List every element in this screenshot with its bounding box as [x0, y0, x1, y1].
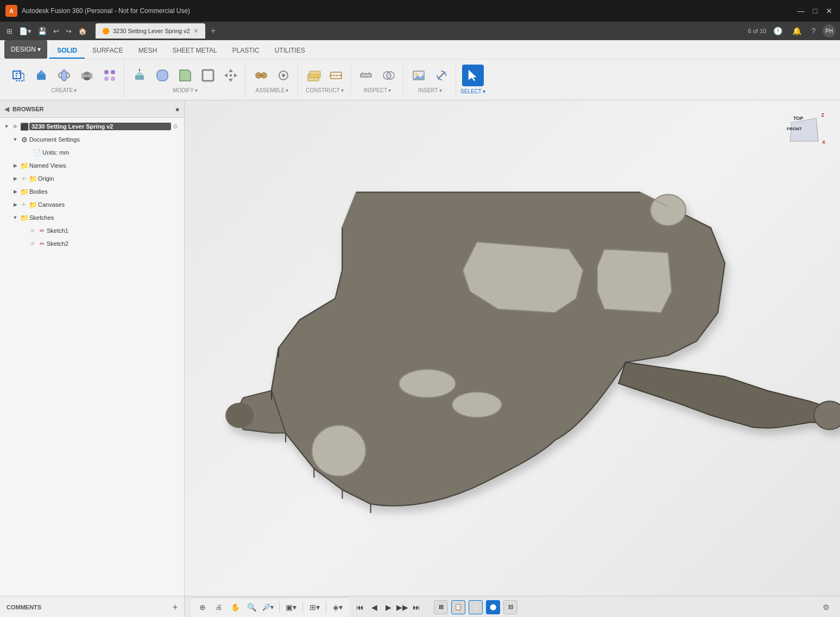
viewcube[interactable]: Z TOP FRONT X	[786, 111, 829, 155]
interference-button[interactable]	[378, 66, 400, 85]
viewport-controls-toolbar: ⊕ 🖨 ✋ 🔍 🔎▾ ▣▾ ⊞▾ ◈▾	[191, 597, 349, 617]
tab-plastic[interactable]: PLASTIC	[225, 43, 267, 59]
tree-settings-root[interactable]: ⚙	[171, 122, 180, 131]
profile-button[interactable]: PH	[823, 24, 836, 37]
extrude-button[interactable]	[30, 66, 52, 85]
construct-label[interactable]: CONSTRUCT ▾	[306, 87, 344, 93]
rigid-group-button[interactable]	[273, 66, 294, 85]
tree-item-units[interactable]: ▶ 📄 Units: mm	[0, 146, 184, 159]
offset-plane-button[interactable]	[302, 66, 324, 85]
select-button[interactable]	[462, 65, 484, 86]
move-button[interactable]	[220, 66, 242, 85]
insert-label[interactable]: INSERT ▾	[418, 87, 442, 93]
expand-origin[interactable]: ▶	[11, 174, 20, 183]
tab-close-button[interactable]: ✕	[193, 27, 199, 35]
revolve-button[interactable]	[53, 66, 75, 85]
chamfer-button[interactable]	[174, 66, 196, 85]
assemble-label[interactable]: ASSEMBLE ▾	[256, 87, 289, 93]
app-menu-button[interactable]: ⊞	[4, 26, 15, 36]
svg-point-12	[104, 77, 109, 81]
design-mode-button[interactable]: DESIGN ▾	[4, 40, 47, 59]
zoom-in-button[interactable]: 🔍	[244, 600, 258, 614]
joint-button[interactable]	[250, 66, 271, 85]
insert-image-button[interactable]	[408, 66, 430, 85]
view-pan-button[interactable]: ✋	[228, 600, 242, 614]
tree-eye-sketch2[interactable]: 👁	[28, 239, 37, 248]
tree-item-origin[interactable]: ▶ 👁 📁 Origin	[0, 172, 184, 185]
inspect-label[interactable]: INSPECT ▾	[364, 87, 391, 93]
view-move-button[interactable]: ⊕	[195, 600, 210, 614]
3d-viewport[interactable]: Z TOP FRONT X	[185, 100, 840, 596]
separator	[279, 602, 280, 613]
tree-item-bodies[interactable]: ▶ 📁 Bodies	[0, 185, 184, 198]
tree-eye-origin[interactable]: 👁	[20, 174, 28, 183]
tab-surface[interactable]: SURFACE	[85, 43, 131, 59]
zoom-out-button[interactable]: 🔎▾	[261, 600, 275, 614]
new-component-button[interactable]	[8, 66, 29, 85]
attach-button[interactable]	[431, 66, 452, 85]
tree-root[interactable]: ▼ 👁 ⬛ 3230 Setting Lever Spring v2 ⚙	[0, 120, 184, 133]
expand-bodies[interactable]: ▶	[11, 187, 20, 196]
home-button[interactable]: 🏠	[76, 26, 89, 36]
redo-button[interactable]: ↪	[64, 26, 74, 36]
minimize-button[interactable]: —	[795, 5, 806, 16]
measure-button[interactable]	[355, 66, 377, 85]
active-tab[interactable]: 🟠 3230 Setting Lever Spring v2 ✕	[96, 23, 205, 39]
new-tab-button[interactable]: +	[207, 26, 219, 36]
tree-item-sketch2[interactable]: ▶ 👁 ✏ Sketch2	[0, 237, 184, 250]
save-button[interactable]: 💾	[36, 26, 49, 36]
expand-named-views[interactable]: ▶	[11, 161, 20, 170]
notification-button[interactable]: 🔔	[790, 26, 804, 36]
expand-doc-settings[interactable]: ▼	[11, 135, 20, 144]
tree-item-named-views[interactable]: ▶ 📁 Named Views	[0, 159, 184, 172]
settings-button[interactable]: ⚙	[818, 600, 833, 615]
shell-button[interactable]	[197, 66, 219, 85]
select-label[interactable]: SELECT ▾	[460, 88, 485, 94]
timeline-btn-4[interactable]: ⬤	[486, 600, 500, 614]
push-pull-button[interactable]	[129, 66, 150, 85]
anim-last-button[interactable]: ⏭	[410, 601, 423, 614]
timeline-btn-5[interactable]: ⊟	[503, 600, 517, 614]
undo-button[interactable]: ↩	[51, 26, 61, 36]
tree-item-sketches[interactable]: ▼ 📁 Sketches	[0, 211, 184, 224]
pattern-button[interactable]	[99, 66, 121, 85]
anim-play-button[interactable]: ▶	[382, 601, 395, 614]
tree-eye-sketch1[interactable]: 👁	[28, 226, 37, 235]
modify-label[interactable]: MODIFY ▾	[173, 87, 198, 93]
browser-pin-button[interactable]: ●	[175, 105, 180, 113]
view-options-button[interactable]: ◈▾	[331, 600, 345, 614]
anim-prev-button[interactable]: ◀	[368, 601, 381, 614]
help-button[interactable]: ?	[809, 26, 818, 36]
midplane-button[interactable]	[325, 66, 347, 85]
tab-mesh[interactable]: MESH	[131, 43, 165, 59]
tab-sheet-metal[interactable]: SHEET METAL	[165, 43, 224, 59]
timeline-btn-3[interactable]: ⬡	[469, 600, 483, 614]
timeline-btn-2[interactable]: 📋	[451, 600, 465, 614]
grid-toggle-button[interactable]: ⊞▾	[307, 600, 321, 614]
anim-next-button[interactable]: ▶▶	[396, 601, 409, 614]
tree-item-canvases[interactable]: ▶ 👁 📁 Canvases	[0, 198, 184, 211]
close-button[interactable]: ✕	[824, 5, 835, 16]
display-mode-button[interactable]: ▣▾	[284, 600, 298, 614]
create-label[interactable]: CREATE ▾	[52, 87, 77, 93]
maximize-button[interactable]: □	[810, 5, 820, 16]
expand-canvases[interactable]: ▶	[11, 200, 20, 209]
hole-button[interactable]	[76, 66, 98, 85]
tree-eye-canvases[interactable]: 👁	[20, 200, 28, 209]
label-canvases: Canvases	[38, 201, 180, 208]
tab-utilities[interactable]: UTILITIES	[267, 43, 313, 59]
tree-eye-root[interactable]: 👁	[11, 122, 20, 131]
add-comment-button[interactable]: +	[173, 602, 178, 612]
tree-expand-root[interactable]: ▼	[2, 122, 11, 131]
expand-sketches[interactable]: ▼	[11, 213, 20, 222]
history-button[interactable]: 🕐	[770, 26, 785, 36]
fillet-button[interactable]	[151, 66, 173, 85]
timeline-btn-1[interactable]: ⊞	[434, 600, 448, 614]
browser-collapse-button[interactable]: ◀	[4, 105, 9, 113]
anim-first-button[interactable]: ⏮	[353, 601, 367, 614]
new-file-button[interactable]: 📄▾	[17, 26, 34, 36]
tab-solid[interactable]: SOLID	[49, 43, 85, 59]
view-orbit-button[interactable]: 🖨	[212, 600, 226, 614]
tree-item-doc-settings[interactable]: ▼ ⚙ Document Settings	[0, 133, 184, 146]
tree-item-sketch1[interactable]: ▶ 👁 ✏ Sketch1	[0, 224, 184, 237]
